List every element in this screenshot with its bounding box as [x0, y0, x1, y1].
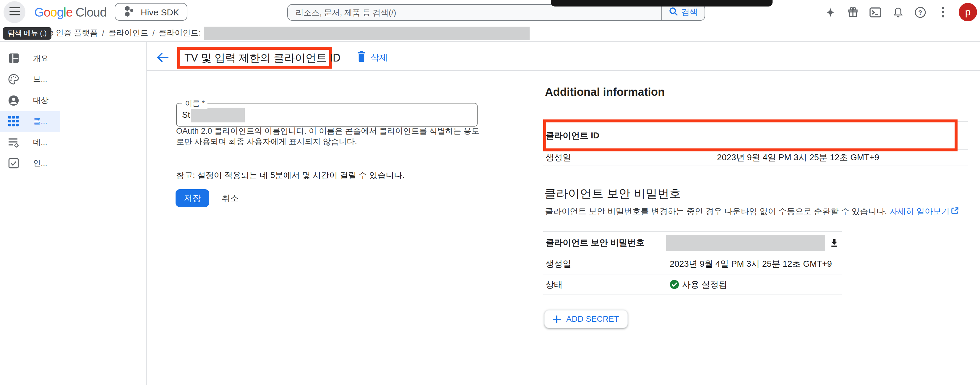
secret-created-value: 2023년 9월 4일 PM 3시 25분 12초 GMT+9: [666, 259, 842, 270]
notifications-bell-icon[interactable]: [891, 6, 904, 19]
sidebar-item-label: 인...: [33, 158, 47, 169]
additional-info-table: 클라이언트 ID 생성일 2023년 9월 4일 PM 3시 25분 12초 G…: [543, 121, 968, 166]
status-enabled-text: 사용 설정됨: [682, 279, 727, 290]
client-id-label: 클라이언트 ID: [543, 130, 714, 141]
created-date-label: 생성일: [543, 152, 714, 163]
sidebar-item-clients[interactable]: 클...: [0, 111, 60, 132]
client-secret-table: 클라이언트 보안 비밀번호 생성일 2023년 9월 4일 PM 3시 25분 …: [543, 231, 842, 295]
project-picker-button[interactable]: Hive SDK: [115, 3, 188, 21]
sidebar-item-overview[interactable]: 개요: [0, 48, 60, 69]
help-icon[interactable]: ?: [914, 6, 927, 19]
logo-letter: l: [64, 5, 66, 19]
name-helper-text: OAuth 2.0 클라이언트의 이름입니다. 이 이름은 콘솔에서 클라이언트…: [176, 126, 486, 147]
logo-cloud-text: Cloud: [76, 5, 107, 19]
client-secret-value: [666, 235, 842, 251]
client-secret-row: 클라이언트 보안 비밀번호: [543, 232, 842, 254]
client-id-row: 클라이언트 ID: [543, 122, 968, 150]
cloud-shell-icon[interactable]: [869, 6, 882, 19]
account-avatar[interactable]: p: [959, 3, 977, 21]
trash-icon: [357, 51, 366, 64]
search-button[interactable]: 검색: [662, 5, 705, 20]
add-secret-button[interactable]: ADD SECRET: [544, 310, 627, 328]
sidebar-item-verification[interactable]: 인...: [0, 153, 60, 174]
sidebar-item-branding[interactable]: 브...: [0, 69, 60, 90]
page-title-annotation-frame: TV 및 입력 제한의 클라이언트 ID: [177, 47, 332, 69]
client-name-field[interactable]: 이름 * St: [176, 103, 477, 126]
search-button-label: 검색: [681, 7, 698, 18]
sidebar-item-label: 대상: [33, 95, 48, 106]
header-actions: ? p: [824, 0, 977, 24]
breadcrumb-separator: /: [153, 29, 155, 38]
apps-grid-icon: [6, 116, 21, 128]
name-field-value: St: [177, 104, 477, 126]
search-input[interactable]: [288, 5, 662, 20]
avatar-letter: p: [965, 6, 971, 18]
sidebar-item-data-access[interactable]: 데...: [0, 132, 60, 153]
created-date-value: 2023년 9월 4일 PM 3시 25분 12초 GMT+9: [714, 152, 968, 163]
project-name: Hive SDK: [141, 7, 179, 17]
secret-status-row: 상태 사용 설정됨: [543, 275, 842, 295]
breadcrumb-bar: 탐색 메뉴 (.) e 인증 플랫폼 / 클라이언트 / 클라이언트:: [0, 24, 980, 42]
list-settings-icon: [6, 137, 21, 149]
delete-button-label: 삭제: [371, 52, 388, 63]
logo-letter: g: [57, 5, 63, 19]
sidebar-item-label: 클...: [33, 116, 47, 127]
client-secret-heading: 클라이언트 보안 비밀번호: [544, 186, 681, 202]
sidebar-item-label: 데...: [33, 137, 47, 148]
check-circle-icon: [670, 280, 679, 289]
external-link-icon: [951, 207, 959, 216]
top-app-bar: Google Cloud Hive SDK 검색: [0, 0, 980, 24]
additional-information-heading: Additional information: [545, 86, 665, 99]
sidebar-item-label: 개요: [33, 53, 48, 64]
hive-project-icon: [123, 5, 135, 19]
checkbox-check-icon: [6, 158, 21, 169]
secret-created-row: 생성일 2023년 9월 4일 PM 3시 25분 12초 GMT+9: [543, 254, 842, 275]
download-secret-button[interactable]: [830, 238, 839, 248]
redaction-breadcrumb: [204, 27, 530, 40]
client-secret-description: 클라이언트 보안 비밀번호를 변경하는 중인 경우 다운타임 없이 수동으로 순…: [545, 206, 959, 217]
logo-letter: G: [34, 5, 44, 19]
toolbar-divider: [147, 70, 980, 71]
google-cloud-console-page: Google Cloud Hive SDK 검색: [0, 0, 980, 385]
back-arrow-button[interactable]: [156, 50, 170, 64]
hamburger-icon: [9, 7, 20, 18]
search-bar: 검색: [287, 4, 705, 21]
gift-icon[interactable]: [846, 6, 859, 19]
nav-menu-tooltip: 탐색 메뉴 (.): [3, 27, 51, 40]
svg-text:?: ?: [918, 9, 922, 16]
created-date-row: 생성일 2023년 9월 4일 PM 3시 25분 12초 GMT+9: [543, 150, 968, 166]
gemini-sparkle-icon[interactable]: [824, 6, 837, 19]
logo-letter: o: [44, 5, 50, 19]
search-icon: [669, 7, 678, 18]
page-title: TV 및 입력 제한의 클라이언트 ID: [180, 51, 340, 65]
secret-status-label: 상태: [543, 279, 666, 290]
plus-icon: [553, 315, 561, 323]
redaction-black-bar: [551, 0, 773, 6]
name-value-visible-text: St: [182, 110, 190, 120]
palette-icon: [6, 73, 21, 85]
save-button[interactable]: 저장: [175, 189, 209, 207]
navigation-menu-button[interactable]: [3, 1, 25, 23]
name-field-label: 이름 *: [182, 99, 208, 109]
settings-note-text: 참고: 설정이 적용되는 데 5분에서 몇 시간이 걸릴 수 있습니다.: [176, 170, 404, 181]
breadcrumb: e 인증 플랫폼 / 클라이언트 / 클라이언트:: [49, 24, 201, 42]
learn-more-link[interactable]: 자세히 알아보기: [889, 206, 950, 216]
breadcrumb-prefix[interactable]: e 인증 플랫폼: [49, 28, 98, 38]
redaction-name-value: [191, 107, 244, 122]
google-cloud-logo[interactable]: Google Cloud: [34, 0, 107, 24]
more-vertical-icon[interactable]: [936, 6, 949, 19]
logo-letter: e: [66, 5, 72, 19]
logo-letter: o: [50, 5, 57, 19]
secret-status-value: 사용 설정됨: [666, 279, 842, 290]
sidebar-item-audience[interactable]: 대상: [0, 90, 60, 111]
secret-created-label: 생성일: [543, 259, 666, 270]
breadcrumb-item-clients[interactable]: 클라이언트: [108, 28, 148, 38]
client-secret-description-text: 클라이언트 보안 비밀번호를 변경하는 중인 경우 다운타임 없이 수동으로 순…: [545, 206, 887, 216]
sidebar-item-label: 브...: [33, 74, 47, 85]
add-secret-label: ADD SECRET: [566, 315, 619, 323]
breadcrumb-item-client-detail: 클라이언트:: [159, 28, 201, 38]
overview-dashboard-icon: [6, 53, 21, 64]
cancel-button[interactable]: 취소: [215, 189, 246, 207]
client-secret-label: 클라이언트 보안 비밀번호: [543, 237, 666, 248]
delete-button[interactable]: 삭제: [357, 50, 388, 64]
